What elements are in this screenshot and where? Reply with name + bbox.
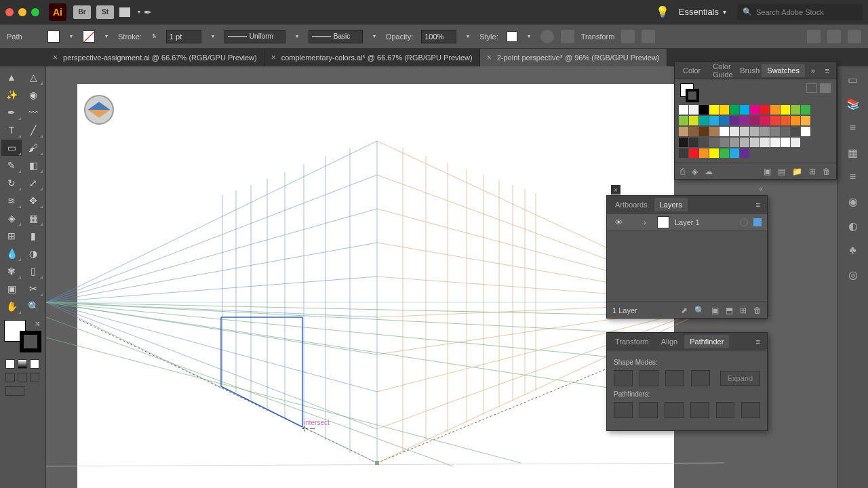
new-group-icon[interactable]: ▣: [764, 167, 771, 176]
swatch[interactable]: [740, 148, 749, 158]
swatch[interactable]: [801, 127, 810, 136]
new-sublayer-icon[interactable]: ⬒: [726, 306, 733, 315]
bridge-button[interactable]: Br: [73, 5, 91, 19]
panel-expand-icon[interactable]: »: [807, 66, 819, 75]
close-icon[interactable]: ×: [271, 53, 276, 62]
swatch[interactable]: [730, 105, 739, 115]
stock-search-input[interactable]: 🔍 Search Adobe Stock: [737, 4, 863, 20]
swatch[interactable]: [679, 116, 688, 125]
swatch[interactable]: [801, 105, 810, 115]
brush-combo[interactable]: Basic: [309, 30, 363, 43]
shape-builder-tool[interactable]: ◈: [1, 210, 22, 226]
swatch[interactable]: [719, 116, 729, 125]
workspace-switcher[interactable]: Essentials ▾: [679, 7, 726, 17]
list-view-icon[interactable]: [806, 83, 817, 93]
panel-menu-icon[interactable]: ≡: [752, 338, 764, 346]
tab-pathfinder[interactable]: Pathfinder: [684, 335, 729, 348]
symbol-sprayer-tool[interactable]: ✾: [1, 263, 22, 279]
clip-mask-icon[interactable]: ▣: [711, 306, 719, 315]
swatch[interactable]: [709, 105, 719, 115]
align-pixel-icon[interactable]: [827, 30, 841, 43]
opacity-input[interactable]: 100%: [421, 30, 456, 43]
swatch[interactable]: [689, 127, 698, 136]
minus-back-button[interactable]: [741, 402, 760, 418]
gradient-mode[interactable]: [18, 359, 27, 369]
paintbrush-tool[interactable]: 🖌: [23, 140, 43, 156]
swatch[interactable]: [760, 116, 770, 125]
libraries-icon[interactable]: 📚: [846, 96, 861, 111]
transparency-icon[interactable]: ≡: [846, 169, 861, 184]
swatch[interactable]: [781, 138, 790, 147]
gradient-panel-icon[interactable]: ▦: [846, 145, 861, 160]
swatch[interactable]: [760, 138, 770, 147]
swatch[interactable]: [730, 148, 739, 158]
blend-tool[interactable]: ◑: [23, 245, 43, 262]
trash-icon[interactable]: 🗑: [823, 167, 831, 176]
search-layer-icon[interactable]: 🔍: [694, 306, 705, 315]
swatch[interactable]: [781, 127, 790, 136]
intersect-button[interactable]: [665, 370, 684, 386]
swatch[interactable]: [770, 116, 780, 125]
pen-tool[interactable]: ✒: [1, 104, 22, 121]
outline-button[interactable]: [716, 402, 735, 418]
swatch[interactable]: [760, 105, 770, 115]
rectangle-tool[interactable]: ▭: [1, 140, 22, 156]
none-mode[interactable]: [30, 359, 39, 369]
layer-name[interactable]: Layer 1: [675, 218, 734, 226]
swatch[interactable]: [740, 127, 749, 136]
grid-view-icon[interactable]: [820, 83, 831, 93]
eraser-tool[interactable]: ◧: [23, 157, 43, 174]
stroke-weight-dd[interactable]: ▾: [208, 32, 218, 41]
stroke-dropdown[interactable]: ▾: [102, 32, 111, 41]
stroke-swatch[interactable]: [83, 30, 95, 43]
swatch[interactable]: [689, 105, 698, 115]
doc-tab-1[interactable]: ×complementary-colors.ai* @ 66.67% (RGB/…: [264, 49, 480, 66]
column-graph-tool[interactable]: ▯: [23, 263, 43, 279]
swatch[interactable]: [791, 105, 800, 115]
tab-color-guide[interactable]: Color Guide: [707, 60, 733, 81]
swatch[interactable]: [781, 116, 790, 125]
fill-swatch[interactable]: [47, 30, 60, 43]
swatch[interactable]: [709, 116, 719, 125]
stroke-color[interactable]: [20, 331, 41, 352]
swatch[interactable]: [791, 138, 800, 147]
profile-dd[interactable]: ▾: [292, 32, 302, 41]
divide-button[interactable]: [614, 402, 633, 418]
color-mode[interactable]: [5, 359, 15, 369]
selection-tool[interactable]: ▲: [1, 69, 22, 85]
swatch-options-icon[interactable]: ☁: [705, 167, 713, 176]
style-swatch[interactable]: [507, 31, 517, 42]
swatch[interactable]: [750, 138, 760, 147]
snap-pixel-icon[interactable]: [807, 30, 821, 43]
arrange-documents-icon[interactable]: [119, 7, 130, 17]
tab-color[interactable]: Color: [677, 64, 706, 77]
panel-menu-icon[interactable]: ≡: [821, 66, 833, 75]
magic-wand-tool[interactable]: ✨: [1, 87, 22, 103]
curvature-tool[interactable]: 〰: [23, 104, 43, 121]
swatch[interactable]: [709, 127, 719, 136]
gpu-preview-icon[interactable]: ✒: [144, 7, 152, 18]
gradient-tool[interactable]: ▮: [23, 228, 43, 244]
minus-front-button[interactable]: [639, 370, 658, 386]
selection-indicator[interactable]: [753, 218, 762, 226]
line-tool[interactable]: ╱: [23, 122, 43, 138]
appearance-icon[interactable]: ◉: [846, 194, 861, 209]
arrange-dropdown-icon[interactable]: ▾: [134, 7, 144, 17]
swatch[interactable]: [781, 105, 790, 115]
close-icon[interactable]: ×: [53, 53, 58, 62]
swatch[interactable]: [770, 127, 780, 136]
free-transform-tool[interactable]: ✥: [23, 192, 43, 209]
transform-link[interactable]: Transform: [581, 33, 615, 41]
swatch[interactable]: [679, 105, 688, 115]
recolor-icon[interactable]: [540, 30, 554, 43]
stroke-stepper-icon[interactable]: ⇅: [150, 32, 159, 41]
tab-swatches[interactable]: Swatches: [762, 64, 805, 77]
expand-icon[interactable]: ›: [644, 218, 652, 226]
swatch[interactable]: [689, 148, 698, 158]
artboard-tool[interactable]: ▣: [1, 281, 22, 297]
opacity-dd[interactable]: ▾: [463, 32, 473, 41]
swatch[interactable]: [699, 148, 709, 158]
swatch[interactable]: [750, 105, 760, 115]
swatch[interactable]: [709, 138, 719, 147]
unite-button[interactable]: [614, 370, 633, 386]
